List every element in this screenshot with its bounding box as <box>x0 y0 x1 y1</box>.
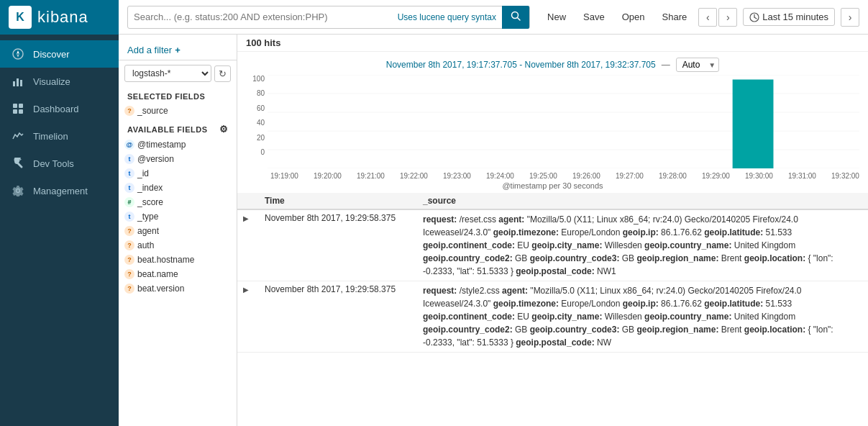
save-button[interactable]: Save <box>577 9 611 25</box>
table-row: ▶ November 8th 2017, 19:29:58.375 reques… <box>237 281 868 353</box>
row-time: November 8th 2017, 19:29:58.375 <box>265 213 423 223</box>
field-type-icon: ? <box>124 106 134 116</box>
new-button[interactable]: New <box>542 9 572 25</box>
sidebar-item-label: Dev Tools <box>33 158 74 169</box>
auto-select[interactable]: Auto ▼ <box>676 58 720 72</box>
index-row: logstash-* ↻ <box>119 60 237 86</box>
topbar-actions: New Save Open Share <box>542 9 693 25</box>
next-arrow[interactable]: › <box>718 8 737 27</box>
field-auth[interactable]: ? auth <box>119 238 237 253</box>
expand-row-button[interactable]: ▶ <box>243 284 265 294</box>
field-beat-version[interactable]: ? beat.version <box>119 281 237 296</box>
x-label-2: 19:21:00 <box>357 172 385 180</box>
table-header: Time _source <box>237 193 868 210</box>
field-type-icon: # <box>124 197 134 207</box>
x-label-5: 19:24:00 <box>486 172 514 180</box>
svg-rect-4 <box>17 78 19 86</box>
y-axis: 100 80 60 40 20 0 <box>246 75 268 171</box>
search-input[interactable] <box>128 9 392 25</box>
x-label-13: 19:32:00 <box>831 172 859 180</box>
search-button[interactable] <box>502 6 529 29</box>
time-next-arrow[interactable]: › <box>841 8 859 27</box>
sidebar-item-dashboard[interactable]: Dashboard <box>0 95 119 122</box>
dropdown-arrow: ▼ <box>705 60 718 71</box>
index-pattern-select[interactable]: logstash-* <box>124 65 211 82</box>
settings-icon[interactable]: ⚙ <box>219 124 229 135</box>
bar-chart-icon <box>12 75 24 88</box>
field-agent[interactable]: ? agent <box>119 224 237 238</box>
topbar: Uses lucene query syntax New Save Open S… <box>119 0 868 35</box>
field-timestamp[interactable]: @ @timestamp <box>119 137 237 152</box>
chart-bottom-label: @timestamp per 30 seconds <box>246 180 859 193</box>
x-label-12: 19:31:00 <box>788 172 816 180</box>
field-version[interactable]: t @version <box>119 152 237 166</box>
field-type-icon: ? <box>124 240 134 250</box>
field-name: @version <box>137 154 174 164</box>
svg-marker-1 <box>17 50 19 54</box>
share-button[interactable]: Share <box>657 9 693 25</box>
svg-marker-2 <box>17 54 19 58</box>
table-row-content: ▶ November 8th 2017, 19:29:58.375 reques… <box>237 281 868 352</box>
left-panel: Add a filter + logstash-* ↻ Selected Fie… <box>119 35 237 426</box>
y-label-100: 100 <box>252 75 265 83</box>
filter-bar[interactable]: Add a filter + <box>119 40 237 60</box>
svg-rect-9 <box>19 109 23 114</box>
content-area: Add a filter + logstash-* ↻ Selected Fie… <box>119 35 868 426</box>
logo-text: kibana <box>37 8 88 27</box>
field-beat-hostname[interactable]: ? beat.hostname <box>119 253 237 267</box>
expand-row-button[interactable]: ▶ <box>243 213 265 222</box>
field-type-icon: ? <box>124 284 134 294</box>
svg-rect-32 <box>733 80 774 169</box>
open-button[interactable]: Open <box>616 9 651 25</box>
gear-icon <box>12 184 24 197</box>
sidebar-item-management[interactable]: Management <box>0 177 119 204</box>
field-type-icon: t <box>124 183 134 193</box>
field-name: _index <box>137 183 163 193</box>
time-picker[interactable]: Last 15 minutes <box>743 8 835 26</box>
selected-fields-title: Selected Fields <box>119 86 237 104</box>
row-source: request: /reset.css agent: "Mozilla/5.0 … <box>423 213 862 278</box>
sidebar-item-discover[interactable]: Discover <box>0 40 119 68</box>
results-table: Time _source ▶ November 8th 2017, 19:29:… <box>237 193 868 426</box>
lucene-hint[interactable]: Uses lucene query syntax <box>392 12 502 22</box>
field-score[interactable]: # _score <box>119 195 237 209</box>
field-type-icon: t <box>124 212 134 222</box>
field-type-icon: ? <box>124 226 134 236</box>
col-time-header: Time <box>265 196 423 206</box>
field-name: beat.name <box>137 269 178 279</box>
field-index[interactable]: t _index <box>119 181 237 195</box>
dashboard-icon <box>12 102 24 115</box>
time-range-label: Last 15 minutes <box>762 12 828 22</box>
row-time: November 8th 2017, 19:29:58.375 <box>265 284 423 294</box>
wrench-icon <box>12 157 24 170</box>
field-name: agent <box>137 226 159 236</box>
sidebar-item-label: Dashboard <box>33 104 79 114</box>
field-beat-name[interactable]: ? beat.name <box>119 267 237 281</box>
sidebar-item-label: Management <box>33 186 88 196</box>
auto-label: Auto <box>677 58 706 71</box>
date-range: November 8th 2017, 19:17:37.705 - Novemb… <box>386 60 656 70</box>
x-label-1: 19:20:00 <box>314 172 342 180</box>
field-type-icon: t <box>124 154 134 164</box>
svg-line-14 <box>754 17 757 19</box>
table-row-content: ▶ November 8th 2017, 19:29:58.375 reques… <box>237 210 868 281</box>
field-source[interactable]: ? _source <box>119 104 237 118</box>
dash-separator: — <box>662 60 670 70</box>
y-label-0: 0 <box>260 148 265 156</box>
chart-container: 100 80 60 40 20 0 <box>246 75 859 171</box>
field-type[interactable]: t _type <box>119 209 237 224</box>
x-label-4: 19:23:00 <box>443 172 471 180</box>
row-source: request: /style2.css agent: "Mozilla/5.0… <box>423 284 862 349</box>
sidebar-item-timelion[interactable]: Timelion <box>0 122 119 150</box>
col-source-header: _source <box>423 196 862 206</box>
refresh-index-button[interactable]: ↻ <box>214 65 231 82</box>
field-id[interactable]: t _id <box>119 166 237 181</box>
chart-area: November 8th 2017, 19:17:37.705 - Novemb… <box>237 52 868 193</box>
sidebar-item-devtools[interactable]: Dev Tools <box>0 150 119 177</box>
sidebar-item-visualize[interactable]: Visualize <box>0 68 119 95</box>
field-type-icon: t <box>124 168 134 178</box>
prev-arrow[interactable]: ‹ <box>698 8 717 27</box>
y-label-80: 80 <box>257 89 265 97</box>
main-content: Uses lucene query syntax New Save Open S… <box>119 0 868 426</box>
y-label-60: 60 <box>257 104 265 112</box>
